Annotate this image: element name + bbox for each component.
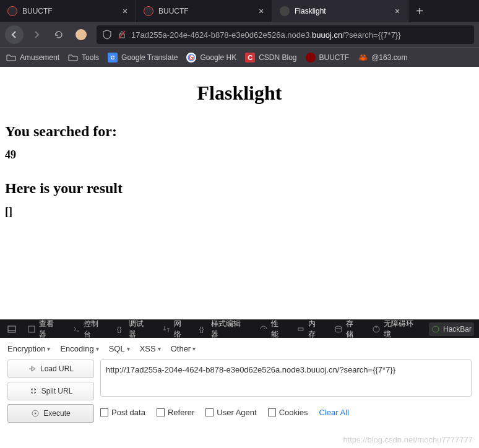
page-body: Flasklight You searched for: 49 Here is …	[0, 67, 479, 319]
searched-for-label: You searched for:	[5, 123, 474, 140]
devtools-accessibility-tab[interactable]: 无障碍环境	[369, 316, 423, 342]
devtools-inspector-tab[interactable]: 查看器	[25, 316, 64, 342]
close-tab-icon[interactable]: ×	[256, 6, 267, 17]
hackbar-encryption-menu[interactable]: Encryption▾	[7, 344, 50, 353]
address-bar[interactable]: 17ad255a-204e-4624-b878-e3e0d62e526a.nod…	[97, 25, 474, 44]
profile-avatar-icon	[76, 29, 87, 40]
clear-all-link[interactable]: Clear All	[319, 408, 349, 417]
svg-text:{}: {}	[117, 325, 122, 332]
accessibility-icon	[372, 325, 381, 334]
tab-title-1: BUUCTF	[22, 7, 119, 15]
postdata-checkbox[interactable]: Post data	[100, 408, 145, 417]
reload-icon	[54, 30, 64, 40]
tab-favicon-1	[7, 6, 17, 16]
devtools-storage-tab[interactable]: 存储	[332, 316, 363, 342]
url-text: 17ad255a-204e-4624-b878-e3e0d62e526a.nod…	[131, 30, 469, 40]
lock-strikethrough-icon[interactable]	[116, 29, 127, 40]
cookies-checkbox[interactable]: Cookies	[268, 408, 308, 417]
bookmark-tools[interactable]: Tools	[68, 53, 99, 62]
bookmark-label: Amusement	[20, 53, 59, 62]
devtools-memory-tab[interactable]: 内存	[294, 316, 326, 342]
memory-icon	[296, 325, 305, 334]
storage-icon	[334, 325, 343, 334]
hackbar-other-menu[interactable]: Other▾	[171, 344, 196, 353]
svg-point-12	[376, 327, 377, 328]
profile-button[interactable]	[72, 25, 90, 44]
page-title: Flasklight	[5, 82, 474, 105]
crab-icon: 🦀	[358, 53, 368, 62]
csdn-icon: C	[245, 53, 255, 62]
svg-text:{}: {}	[199, 325, 204, 332]
checkbox-icon	[100, 408, 108, 416]
bookmark-163[interactable]: 🦀 @163.com	[358, 53, 407, 62]
bookmark-google-hk[interactable]: Google HK	[186, 53, 236, 62]
translate-icon: G	[108, 53, 118, 62]
panel-icon	[7, 325, 16, 334]
referer-checkbox[interactable]: Referer	[157, 408, 194, 417]
useragent-checkbox[interactable]: User Agent	[205, 408, 256, 417]
bookmark-label: @163.com	[371, 53, 407, 62]
hackbar-button-column: Load URL Split URL Execute	[7, 360, 94, 423]
split-url-button[interactable]: Split URL	[7, 382, 94, 400]
devtools-close-button[interactable]	[5, 322, 19, 336]
debugger-icon: {}	[117, 325, 126, 334]
svg-rect-5	[28, 326, 35, 332]
reload-button[interactable]	[50, 25, 68, 44]
chevron-down-icon: ▾	[96, 345, 99, 352]
back-arrow-icon	[9, 30, 19, 40]
bookmark-label: Google HK	[200, 53, 236, 62]
tab-buuctf-1[interactable]: BUUCTF ×	[0, 0, 136, 22]
execute-button[interactable]: Execute	[7, 404, 94, 423]
devtools-console-tab[interactable]: 控制台	[70, 316, 109, 342]
split-icon	[29, 387, 38, 395]
svg-point-13	[433, 326, 439, 332]
tab-buuctf-2[interactable]: BUUCTF ×	[136, 0, 272, 22]
devtools-style-tab[interactable]: {} 样式编辑器	[197, 316, 250, 342]
tab-title-2: BUUCTF	[158, 7, 256, 15]
network-icon	[162, 325, 171, 334]
hackbar-url-input[interactable]	[100, 360, 472, 397]
bookmark-buuctf[interactable]: BUUCTF	[306, 53, 350, 62]
checkbox-icon	[268, 408, 276, 416]
hackbar-right-column: Post data Referer User Agent Cookies Cle…	[100, 360, 472, 423]
hackbar-menu: Encryption▾ Encoding▾ SQL▾ XSS▾ Other▾	[7, 344, 472, 360]
hackbar-body: Load URL Split URL Execute Post data R	[7, 360, 472, 423]
svg-rect-9	[298, 328, 303, 330]
inspector-icon	[27, 325, 36, 334]
forward-button[interactable]	[27, 25, 46, 44]
bookmark-label: Google Translate	[121, 53, 178, 62]
close-tab-icon[interactable]: ×	[119, 6, 131, 17]
style-icon: {}	[199, 325, 208, 334]
tab-favicon-2	[144, 6, 153, 16]
bookmark-amusement[interactable]: Amusement	[6, 53, 59, 62]
hackbar-icon	[431, 325, 440, 334]
hackbar-sql-menu[interactable]: SQL▾	[109, 344, 130, 353]
play-icon	[31, 410, 40, 417]
browser-tab-bar: BUUCTF × BUUCTF × Flasklight × +	[0, 0, 479, 22]
chevron-down-icon: ▾	[192, 345, 196, 352]
devtools-network-tab[interactable]: 网络	[160, 316, 191, 342]
new-tab-button[interactable]: +	[408, 0, 431, 22]
result-value: []	[5, 205, 474, 218]
close-tab-icon[interactable]: ×	[392, 6, 403, 17]
load-url-button[interactable]: Load URL	[7, 360, 94, 378]
watermark-text: https://blog.csdn.net/mochu7777777	[343, 435, 473, 444]
console-icon	[72, 325, 81, 334]
devtools-debugger-tab[interactable]: {} 调试器	[114, 316, 153, 342]
tab-flasklight[interactable]: Flasklight ×	[272, 0, 408, 22]
chevron-down-icon: ▾	[47, 345, 50, 352]
hackbar-xss-menu[interactable]: XSS▾	[140, 344, 161, 353]
shield-icon[interactable]	[101, 29, 113, 40]
folder-icon	[6, 53, 16, 62]
bookmark-csdn[interactable]: C CSDN Blog	[245, 53, 296, 62]
google-icon	[186, 53, 196, 62]
bookmark-google-translate[interactable]: G Google Translate	[108, 53, 178, 62]
hackbar-encoding-menu[interactable]: Encoding▾	[60, 344, 98, 353]
performance-icon	[259, 325, 268, 334]
buuctf-icon	[306, 53, 316, 62]
back-button[interactable]	[5, 25, 24, 44]
devtools-hackbar-tab[interactable]: HackBar	[429, 322, 474, 336]
devtools-performance-tab[interactable]: 性能	[257, 316, 288, 342]
tab-title-3: Flasklight	[295, 7, 392, 15]
hackbar-panel: Encryption▾ Encoding▾ SQL▾ XSS▾ Other▾ L…	[0, 338, 479, 429]
